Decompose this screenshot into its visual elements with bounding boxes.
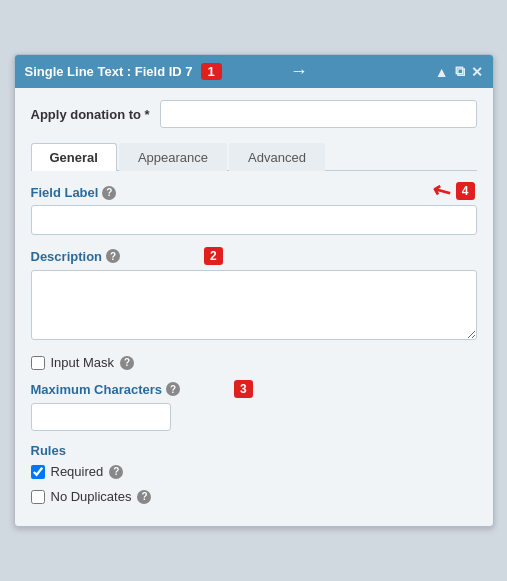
input-mask-label: Input Mask <box>51 355 115 370</box>
no-duplicates-label: No Duplicates <box>51 489 132 504</box>
required-checkbox[interactable] <box>31 465 45 479</box>
panel-body: Apply donation to * General Appearance A… <box>15 88 493 526</box>
tab-appearance[interactable]: Appearance <box>119 143 227 171</box>
tab-advanced[interactable]: Advanced <box>229 143 325 171</box>
no-duplicates-help-icon[interactable]: ? <box>137 490 151 504</box>
description-help-icon[interactable]: ? <box>106 249 120 263</box>
required-help-icon[interactable]: ? <box>109 465 123 479</box>
panel-header: Single Line Text : Field ID 7 1 → ▲ ⧉ ✕ <box>15 55 493 88</box>
annotation-badge-3: 3 <box>234 380 253 398</box>
top-field-row: Apply donation to * <box>31 100 477 128</box>
header-icons: ▲ ⧉ ✕ <box>435 63 483 80</box>
field-label-section: Field Label ? <box>31 185 477 200</box>
top-field-input[interactable] <box>160 100 477 128</box>
max-chars-help-icon[interactable]: ? <box>166 382 180 396</box>
input-mask-help-icon[interactable]: ? <box>120 356 134 370</box>
header-title-area: Single Line Text : Field ID 7 1 → <box>25 61 308 82</box>
no-duplicates-checkbox[interactable] <box>31 490 45 504</box>
field-editor-panel: Single Line Text : Field ID 7 1 → ▲ ⧉ ✕ … <box>14 54 494 527</box>
required-label: Required <box>51 464 104 479</box>
collapse-icon[interactable]: ▲ <box>435 64 449 80</box>
annotation-badge-2: 2 <box>204 247 223 265</box>
description-section: Description ? 2 <box>31 247 477 265</box>
description-textarea[interactable] <box>31 270 477 340</box>
annotation-badge-1: 1 <box>201 63 222 80</box>
tabs-container: General Appearance Advanced <box>31 142 477 171</box>
rules-section-label: Rules <box>31 443 477 458</box>
arrow-right-icon: → <box>290 61 308 82</box>
field-label-help-icon[interactable]: ? <box>102 186 116 200</box>
input-mask-row: Input Mask ? <box>31 355 477 370</box>
top-field-label: Apply donation to * <box>31 107 150 122</box>
tab-general[interactable]: General <box>31 143 117 171</box>
copy-icon[interactable]: ⧉ <box>455 63 465 80</box>
max-chars-section: Maximum Characters ? 3 <box>31 380 477 398</box>
close-icon[interactable]: ✕ <box>471 64 483 80</box>
max-chars-input[interactable] <box>31 403 171 431</box>
annotation-badge-4: 4 <box>456 182 475 200</box>
annotation-4-area: ↖ 4 <box>432 178 475 204</box>
no-duplicates-row: No Duplicates ? <box>31 489 477 504</box>
required-row: Required ? <box>31 464 477 479</box>
input-mask-checkbox[interactable] <box>31 356 45 370</box>
general-tab-content: Field Label ? Apply donation to Descript… <box>31 185 477 504</box>
field-label-input[interactable]: Apply donation to <box>31 205 477 235</box>
header-title: Single Line Text : Field ID 7 <box>25 64 193 79</box>
